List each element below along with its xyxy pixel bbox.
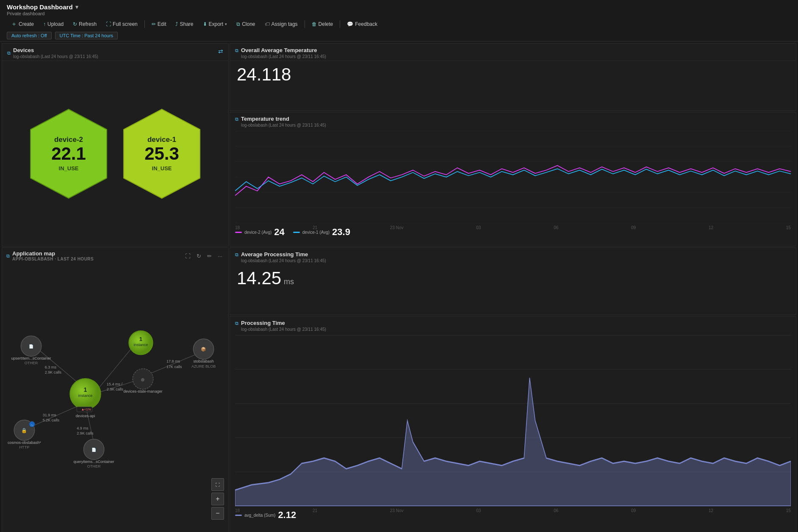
app-map-subtitle: APPI-OBSLABASH · LAST 24 HOURS xyxy=(12,257,94,261)
create-button[interactable]: ＋ Create xyxy=(7,19,38,30)
toolbar-separator-3 xyxy=(340,20,340,28)
app-map-edit-button[interactable]: ✏ xyxy=(205,252,213,260)
app-map-controls: ⛶ ↻ ✏ ··· xyxy=(183,252,224,260)
edit-button[interactable]: ✏ Edit xyxy=(147,19,171,29)
app-map-header: ⧉ Application map APPI-OBSLABASH · LAST … xyxy=(2,248,228,264)
utc-label: UTC Time : xyxy=(60,33,85,38)
svg-text:6.3 ms: 6.3 ms xyxy=(45,365,57,369)
svg-text:upsertItem...sContainer: upsertItem...sContainer xyxy=(11,356,51,360)
legend-device2-color xyxy=(235,232,242,233)
map-zoom-controls: ⛶ + − xyxy=(211,478,224,520)
clone-button[interactable]: ⧉ Clone xyxy=(232,19,259,29)
avg-proc-title: Average Processing Time xyxy=(241,251,326,258)
proc-time-chart-area: 0.04 0.03 0.03 0.02 0.02 0.01 18 21 23 N… xyxy=(230,333,796,508)
fullscreen-button[interactable]: ⛶ Full screen xyxy=(102,19,142,29)
map-zoom-out-button[interactable]: − xyxy=(211,507,224,520)
temp-trend-x-labels: 18 21 23 Nov 03 06 09 12 15 xyxy=(235,224,791,231)
map-fit-button[interactable]: ⛶ xyxy=(211,478,224,491)
app-map-more-button[interactable]: ··· xyxy=(216,252,224,260)
avg-proc-header: ⧉ Average Processing Time log-obslabash … xyxy=(230,248,796,265)
map-zoom-in-button[interactable]: + xyxy=(211,493,224,505)
devices-panel-subtitle: log-obslabash (Last 24 hours @ 23/11 16:… xyxy=(13,54,98,59)
svg-text:📄: 📄 xyxy=(29,344,34,349)
overall-temp-value: 24.118 xyxy=(230,61,796,88)
svg-text:2.9K calls: 2.9K calls xyxy=(45,370,62,374)
devices-panel-title: Devices xyxy=(13,47,98,53)
overall-temp-subtitle: log-obslabash (Last 24 hours @ 23/11 16:… xyxy=(241,54,326,59)
svg-text:instance: instance xyxy=(134,343,148,347)
device2-hex-container: device-2 22.1 IN_USE xyxy=(28,107,109,200)
assign-tags-button[interactable]: 🏷 Assign tags xyxy=(260,19,302,29)
temp-trend-title: Temperature trend xyxy=(241,116,326,122)
app-map-icon: ⧉ xyxy=(6,253,10,259)
auto-refresh-label: Auto refresh : xyxy=(11,33,41,38)
temp-trend-panel: ⧉ Temperature trend log-obslabash (Last … xyxy=(230,112,796,247)
overall-temp-header: ⧉ Overall Average Temperature log-obslab… xyxy=(230,44,796,61)
svg-text:2.9K calls: 2.9K calls xyxy=(77,431,94,435)
app-map-resize-button[interactable]: ⛶ xyxy=(183,252,192,260)
devices-refresh-icon[interactable]: ⇄ xyxy=(218,48,223,55)
create-icon: ＋ xyxy=(11,20,17,28)
svg-text:devices-state-manager: devices-state-manager xyxy=(123,389,162,393)
time-range-pill[interactable]: UTC Time : Past 24 hours xyxy=(55,32,118,39)
proc-time-svg: 0.04 0.03 0.03 0.02 0.02 0.01 xyxy=(235,335,791,506)
feedback-button[interactable]: 💬 Feedback xyxy=(343,19,382,29)
right-top-panels: ⧉ Overall Average Temperature log-obslab… xyxy=(230,43,796,247)
app-map-title: Application map xyxy=(12,250,94,257)
temp-trend-icon: ⧉ xyxy=(235,116,238,122)
svg-line-18 xyxy=(147,353,199,374)
dashboard-title: Workshop Dashboard xyxy=(7,3,73,11)
delete-icon: 🗑 xyxy=(312,21,317,27)
fullscreen-icon: ⛶ xyxy=(106,21,111,27)
toolbar: ＋ Create ↑ Upload ↻ Refresh ⛶ Full scree… xyxy=(7,19,791,30)
app-map-canvas: 6.3 ms 2.9K calls 15.4 ms / 2.9K calls 1… xyxy=(2,264,228,524)
svg-text:OTHER: OTHER xyxy=(87,464,101,468)
refresh-button[interactable]: ↻ Refresh xyxy=(69,19,101,29)
svg-text:1: 1 xyxy=(84,386,87,393)
proc-time-panel: ⧉ Processing Time log-obslabash (Last 24… xyxy=(230,316,796,532)
proc-time-icon: ⧉ xyxy=(235,321,238,326)
svg-text:1: 1 xyxy=(139,336,142,342)
overall-temp-title: Overall Average Temperature xyxy=(241,47,326,53)
svg-text:AZURE BLOB: AZURE BLOB xyxy=(191,364,216,369)
toolbar-separator-1 xyxy=(144,20,145,28)
legend-device1-color xyxy=(293,232,300,233)
app-map-refresh-button[interactable]: ↻ xyxy=(195,252,203,260)
refresh-icon: ↻ xyxy=(73,21,77,27)
temp-trend-svg: 26 25 24 23 22 21 20 xyxy=(235,131,791,223)
devices-panel-header: ⧉ Devices log-obslabash (Last 24 hours @… xyxy=(2,44,228,61)
temp-trend-subtitle: log-obslabash (Last 24 hours @ 23/11 16:… xyxy=(241,123,326,127)
main-grid: ⧉ Devices log-obslabash (Last 24 hours @… xyxy=(0,42,798,532)
app-map-panel: ⧉ Application map APPI-OBSLABASH · LAST … xyxy=(2,247,229,532)
devices-content: device-2 22.1 IN_USE device-1 25.3 IN_US… xyxy=(2,61,228,246)
export-button[interactable]: ⬇ Export ▾ xyxy=(199,19,232,29)
toolbar-separator-2 xyxy=(305,20,305,28)
share-icon: ⤴ xyxy=(175,21,178,27)
svg-text:4.9 ms: 4.9 ms xyxy=(77,426,89,430)
device1-status: IN_USE xyxy=(144,165,179,172)
devices-panel-icon: ⧉ xyxy=(7,50,11,56)
avg-proc-subtitle: log-obslabash (Last 24 hours @ 23/11 16:… xyxy=(241,258,326,263)
avg-proc-value: 14.25 xyxy=(237,268,281,288)
share-button[interactable]: ⤴ Share xyxy=(171,19,197,29)
devices-panel: ⧉ Devices log-obslabash (Last 24 hours @… xyxy=(2,43,229,247)
avg-proc-value-area: 14.25 ms xyxy=(230,265,796,292)
device1-value: 25.3 xyxy=(144,144,179,163)
upload-icon: ↑ xyxy=(43,21,46,27)
svg-text:HTTP: HTTP xyxy=(19,445,30,449)
overall-temp-icon: ⧉ xyxy=(235,48,238,53)
svg-text:17K calls: 17K calls xyxy=(166,365,182,369)
avg-proc-unit: ms xyxy=(284,277,294,286)
svg-text:<1%: <1% xyxy=(84,407,91,411)
svg-text:5.2K calls: 5.2K calls xyxy=(43,418,60,422)
right-bottom-panels: ⧉ Average Processing Time log-obslabash … xyxy=(230,247,796,532)
upload-button[interactable]: ↑ Upload xyxy=(39,19,68,29)
svg-text:◎: ◎ xyxy=(141,377,144,382)
delete-button[interactable]: 🗑 Delete xyxy=(308,19,338,29)
auto-refresh-pill[interactable]: Auto refresh : Off xyxy=(7,32,52,39)
app-map-title-area: ⧉ Application map APPI-OBSLABASH · LAST … xyxy=(6,250,94,261)
dashboard-title-chevron[interactable]: ▾ xyxy=(75,4,78,10)
svg-line-19 xyxy=(94,345,135,394)
svg-text:📄: 📄 xyxy=(91,447,97,452)
proc-time-header: ⧉ Processing Time log-obslabash (Last 24… xyxy=(230,316,796,333)
